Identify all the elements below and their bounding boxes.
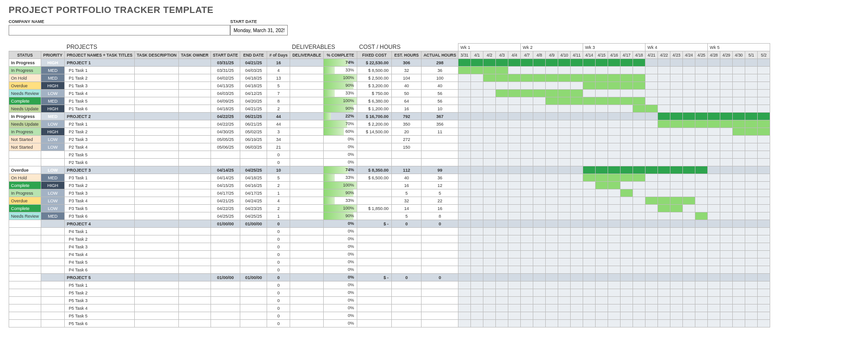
cost-cell[interactable] xyxy=(357,243,392,251)
deliverable-cell[interactable] xyxy=(290,274,324,281)
status-cell[interactable]: In Progress xyxy=(9,189,41,197)
title-cell[interactable]: P2 Task 2 xyxy=(65,128,135,136)
est-cell[interactable]: 64 xyxy=(392,97,422,105)
owner-cell[interactable] xyxy=(179,274,211,281)
cost-cell[interactable] xyxy=(357,281,392,289)
status-cell[interactable] xyxy=(9,274,41,281)
priority-cell[interactable]: MED xyxy=(41,67,65,74)
cost-cell[interactable] xyxy=(357,297,392,304)
title-cell[interactable]: P2 Task 6 xyxy=(65,159,135,166)
act-cell[interactable] xyxy=(422,136,458,143)
deliverable-cell[interactable] xyxy=(290,136,324,143)
deliverable-cell[interactable] xyxy=(290,97,324,105)
task-row[interactable]: In ProgressLOWP3 Task 304/17/2504/17/251… xyxy=(9,189,770,197)
task-row[interactable]: P5 Task 500% xyxy=(9,312,770,320)
est-cell[interactable]: 5 xyxy=(392,189,422,197)
edate-cell[interactable] xyxy=(240,235,267,243)
edate-cell[interactable] xyxy=(240,320,267,327)
status-cell[interactable] xyxy=(9,251,41,258)
desc-cell[interactable] xyxy=(135,90,179,97)
task-row[interactable]: P4 Task 300% xyxy=(9,243,770,251)
priority-cell[interactable] xyxy=(41,266,65,274)
edate-cell[interactable] xyxy=(240,266,267,274)
act-cell[interactable]: 367 xyxy=(422,113,458,120)
desc-cell[interactable] xyxy=(135,281,179,289)
act-cell[interactable] xyxy=(422,143,458,151)
priority-cell[interactable]: HIGH xyxy=(41,59,65,67)
owner-cell[interactable] xyxy=(179,113,211,120)
sdate-cell[interactable]: 04/22/25 xyxy=(211,120,240,128)
est-cell[interactable] xyxy=(392,243,422,251)
edate-cell[interactable]: 04/12/25 xyxy=(240,90,267,97)
sdate-cell[interactable] xyxy=(211,304,240,312)
project-row[interactable]: PROJECT 501/00/0001/00/0000%$ -00 xyxy=(9,274,770,281)
owner-cell[interactable] xyxy=(179,82,211,90)
desc-cell[interactable] xyxy=(135,251,179,258)
deliverable-cell[interactable] xyxy=(290,67,324,74)
act-cell[interactable]: 0 xyxy=(422,274,458,281)
est-cell[interactable]: 306 xyxy=(392,59,422,67)
status-cell[interactable]: In Progress xyxy=(9,128,41,136)
est-cell[interactable] xyxy=(392,297,422,304)
status-cell[interactable]: Overdue xyxy=(9,197,41,205)
sdate-cell[interactable]: 04/02/25 xyxy=(211,74,240,82)
desc-cell[interactable] xyxy=(135,235,179,243)
edate-cell[interactable] xyxy=(240,304,267,312)
cost-cell[interactable]: $ 16,700.00 xyxy=(357,113,392,120)
edate-cell[interactable]: 04/03/25 xyxy=(240,67,267,74)
edate-cell[interactable] xyxy=(240,159,267,166)
project-row[interactable]: In ProgressMEDPROJECT 204/22/2506/21/254… xyxy=(9,113,770,120)
desc-cell[interactable] xyxy=(135,151,179,159)
priority-cell[interactable] xyxy=(41,320,65,327)
deliverable-cell[interactable] xyxy=(290,220,324,228)
owner-cell[interactable] xyxy=(179,97,211,105)
edate-cell[interactable]: 01/00/00 xyxy=(240,274,267,281)
cost-cell[interactable] xyxy=(357,320,392,327)
status-cell[interactable] xyxy=(9,312,41,320)
task-row[interactable]: Not StartedLOWP2 Task 305/05/2506/19/253… xyxy=(9,136,770,143)
deliverable-cell[interactable] xyxy=(290,166,324,174)
est-cell[interactable]: 150 xyxy=(392,143,422,151)
act-cell[interactable]: 99 xyxy=(422,166,458,174)
desc-cell[interactable] xyxy=(135,143,179,151)
sdate-cell[interactable] xyxy=(211,243,240,251)
title-cell[interactable]: P3 Task 3 xyxy=(65,189,135,197)
priority-cell[interactable]: HIGH xyxy=(41,82,65,90)
title-cell[interactable]: P3 Task 4 xyxy=(65,197,135,205)
cost-cell[interactable] xyxy=(357,143,392,151)
act-cell[interactable]: 10 xyxy=(422,105,458,113)
est-cell[interactable] xyxy=(392,251,422,258)
title-cell[interactable]: PROJECT 3 xyxy=(65,166,135,174)
est-cell[interactable] xyxy=(392,159,422,166)
task-row[interactable]: In ProgressHIGHP2 Task 204/30/2505/02/25… xyxy=(9,128,770,136)
priority-cell[interactable]: LOW xyxy=(41,90,65,97)
project-row[interactable]: OverdueLOWPROJECT 304/14/2504/25/251074%… xyxy=(9,166,770,174)
title-cell[interactable]: P5 Task 5 xyxy=(65,312,135,320)
desc-cell[interactable] xyxy=(135,220,179,228)
edate-cell[interactable]: 04/24/25 xyxy=(240,197,267,205)
priority-cell[interactable]: LOW xyxy=(41,143,65,151)
cost-cell[interactable]: $ 2,200.00 xyxy=(357,120,392,128)
task-row[interactable]: P4 Task 400% xyxy=(9,251,770,258)
sdate-cell[interactable] xyxy=(211,266,240,274)
priority-cell[interactable] xyxy=(41,304,65,312)
est-cell[interactable] xyxy=(392,320,422,327)
deliverable-cell[interactable] xyxy=(290,228,324,235)
cost-cell[interactable]: $ 6,500.00 xyxy=(357,174,392,182)
edate-cell[interactable] xyxy=(240,251,267,258)
owner-cell[interactable] xyxy=(179,74,211,82)
edate-cell[interactable] xyxy=(240,243,267,251)
act-cell[interactable]: 36 xyxy=(422,174,458,182)
owner-cell[interactable] xyxy=(179,67,211,74)
edate-cell[interactable]: 04/18/25 xyxy=(240,174,267,182)
status-cell[interactable] xyxy=(9,281,41,289)
edate-cell[interactable] xyxy=(240,289,267,297)
est-cell[interactable]: 792 xyxy=(392,113,422,120)
deliverable-cell[interactable] xyxy=(290,243,324,251)
task-row[interactable]: CompleteMEDP1 Task 504/09/2504/20/258100… xyxy=(9,97,770,105)
desc-cell[interactable] xyxy=(135,297,179,304)
cost-cell[interactable] xyxy=(357,197,392,205)
sdate-cell[interactable] xyxy=(211,289,240,297)
owner-cell[interactable] xyxy=(179,220,211,228)
est-cell[interactable] xyxy=(392,266,422,274)
